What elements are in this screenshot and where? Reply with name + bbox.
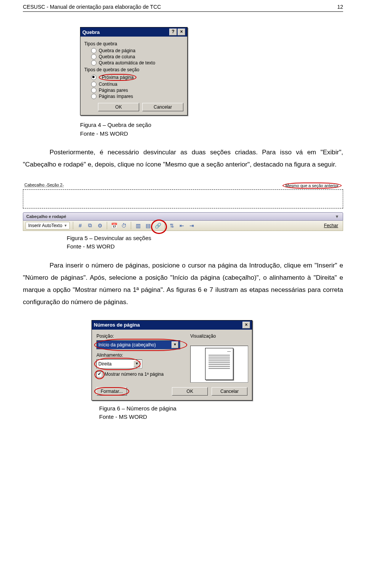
radio-label: Páginas pares — [99, 88, 128, 93]
highlight-proxima-pagina: Próxima página — [99, 74, 136, 81]
preview-page-icon: — — [205, 348, 233, 380]
help-button[interactable]: ? — [169, 29, 177, 35]
alinhamento-label: Alinhamento: — [96, 352, 185, 358]
close-button[interactable]: × — [178, 29, 185, 35]
mostrar-primeira-label: Mostrar número na 1ª página — [104, 372, 164, 377]
close-toolbar-button[interactable]: Fechar — [322, 222, 340, 229]
same-as-previous-label: Mesmo que a seção anterior — [283, 183, 342, 189]
ok-button[interactable]: OK — [172, 387, 208, 396]
radio-paginas-pares[interactable]: Páginas pares — [91, 88, 183, 93]
dropdown-icon: ▼ — [172, 341, 178, 348]
figure6-source: Fonte - MS WORD — [99, 413, 343, 421]
toolbar-chevron-icon[interactable]: ▼ — [334, 214, 340, 219]
posicao-value: Início da página (cabeçalho) — [98, 342, 156, 348]
dropdown-icon: ▼ — [133, 360, 140, 367]
radio-label: Contínua — [99, 82, 117, 87]
radio-quebra-auto-texto[interactable]: Quebra automática de texto — [91, 60, 183, 66]
alinhamento-select[interactable]: Direita ▼ — [96, 359, 142, 369]
ok-button[interactable]: OK — [98, 103, 139, 111]
figure5-source: Fonte - MS WORD — [67, 242, 343, 251]
hf-toolbar-titlebar: Cabeçalho e rodapé ▼ — [23, 212, 343, 221]
preview-box: — — [190, 346, 248, 383]
header-section-label: Cabeçalho -Seção 2- — [24, 183, 64, 189]
previous-section-icon[interactable]: ⇤ — [178, 222, 186, 229]
visualizacao-label: Visualização — [190, 333, 247, 339]
toolbar-separator — [73, 222, 73, 229]
radio-icon — [91, 60, 96, 66]
radio-paginas-impares[interactable]: Páginas ímpares — [91, 94, 183, 99]
mostrar-primeira-checkbox[interactable]: ✔ Mostrar número na 1ª página — [96, 372, 185, 377]
toolbar-separator — [165, 222, 165, 229]
radio-continua[interactable]: Contínua — [91, 82, 183, 87]
quebra-dialog-title: Quebra — [82, 29, 100, 35]
page-setup-icon[interactable]: ▥ — [134, 222, 142, 229]
numeros-pagina-dialog: Números de página × Posição: Início da p… — [92, 320, 252, 401]
group-tipos-quebra: Tipos de quebra — [84, 41, 183, 46]
figure6-caption: Figura 6 – Números de página — [99, 404, 343, 413]
np-dialog-title: Números de página — [94, 322, 140, 328]
page-number-icon[interactable]: # — [76, 222, 84, 229]
figure5-caption: Figura 5 – Desvincular as seções — [67, 234, 343, 243]
insert-autotext-button[interactable]: Inserir AutoTexto ▼ — [26, 222, 70, 229]
header-edit-region[interactable] — [23, 189, 343, 208]
show-document-icon[interactable]: ▤ — [144, 222, 152, 229]
paragraph-1: Posteriormente, é necessário desvincular… — [23, 146, 343, 171]
header-rule — [23, 11, 343, 12]
radio-label: Quebra de coluna — [99, 54, 135, 59]
same-as-previous-icon[interactable]: 🔗 — [154, 222, 162, 229]
page-number: 12 — [337, 4, 343, 10]
radio-icon — [91, 75, 96, 80]
insert-autotext-label: Inserir AutoTexto — [28, 223, 62, 228]
posicao-select[interactable]: Início da página (cabeçalho) ▼ — [96, 340, 180, 349]
paragraph-2: Para inserir o número de páginas, posici… — [23, 260, 343, 309]
np-dialog-titlebar: Números de página × — [92, 320, 252, 330]
radio-label: Quebra de página — [99, 48, 135, 53]
radio-icon — [91, 48, 96, 53]
radio-label: Páginas ímpares — [99, 94, 133, 99]
radio-label: Quebra automática de texto — [99, 60, 155, 66]
next-section-icon[interactable]: ⇥ — [188, 222, 196, 229]
formatar-button[interactable]: Formatar... — [96, 387, 127, 396]
hf-toolbar-title-text: Cabeçalho e rodapé — [26, 214, 66, 219]
posicao-label: Posição: — [96, 333, 185, 339]
dropdown-icon: ▼ — [64, 224, 67, 228]
alinhamento-value: Direita — [98, 361, 112, 367]
cancel-button[interactable]: Cancelar — [212, 387, 247, 396]
header-footer-area: Cabeçalho -Seção 2- Mesmo que a seção an… — [23, 183, 343, 231]
hf-toolbar: Inserir AutoTexto ▼ # ⧉ ⚙ 📅 ⏱ ▥ ▤ 🔗 ⇅ — [23, 221, 343, 231]
quebra-dialog: Quebra ? × Tipos de quebra Quebra de pág… — [80, 27, 188, 115]
radio-icon — [91, 94, 96, 99]
radio-icon — [91, 88, 96, 93]
close-button[interactable]: × — [242, 322, 250, 328]
radio-quebra-coluna[interactable]: Quebra de coluna — [91, 54, 183, 59]
switch-header-footer-icon[interactable]: ⇅ — [168, 222, 176, 229]
cancel-button[interactable]: Cancelar — [142, 103, 183, 111]
radio-label: Próxima página — [102, 75, 133, 80]
group-tipos-quebras-secao: Tipos de quebras de seção — [84, 67, 183, 72]
quebra-dialog-titlebar: Quebra ? × — [80, 27, 187, 37]
toolbar-separator — [107, 222, 107, 229]
radio-proxima-pagina[interactable]: Próxima página — [91, 74, 183, 81]
checkbox-icon: ✔ — [96, 372, 102, 377]
toolbar-separator — [131, 222, 131, 229]
radio-quebra-pagina[interactable]: Quebra de página — [91, 48, 183, 53]
radio-icon — [91, 54, 96, 59]
date-icon[interactable]: 📅 — [110, 222, 118, 229]
figure4-source: Fonte - MS WORD — [80, 130, 343, 138]
format-page-number-icon[interactable]: ⚙ — [96, 222, 104, 229]
page-header-title: CESUSC - Manual de orientação para elabo… — [23, 4, 161, 10]
page-count-icon[interactable]: ⧉ — [86, 222, 94, 229]
time-icon[interactable]: ⏱ — [120, 222, 128, 229]
figure4-caption: Figura 4 – Quebra de seção — [80, 121, 343, 130]
radio-icon — [91, 82, 96, 87]
